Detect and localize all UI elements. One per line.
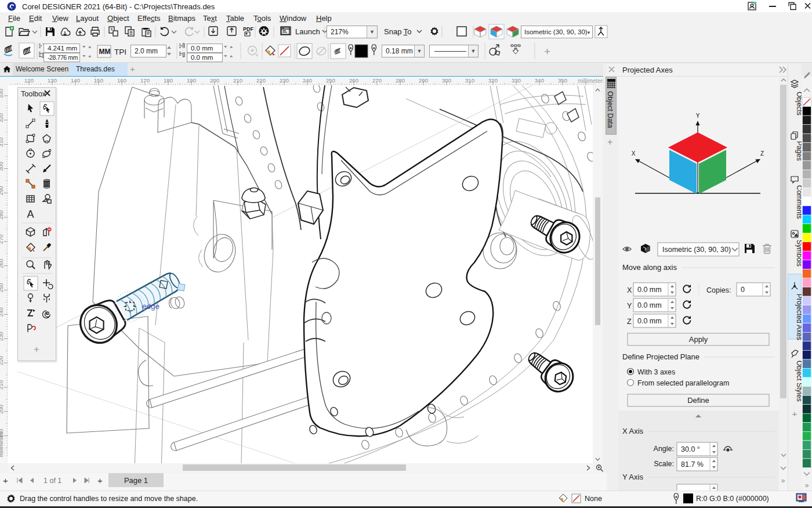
svg-text:PDF: PDF — [243, 26, 254, 32]
svg-text:+: + — [792, 409, 798, 419]
svg-text:With 3 axes: With 3 axes — [637, 368, 675, 376]
svg-text:Define Projected Plane: Define Projected Plane — [622, 352, 699, 361]
svg-text:320: 320 — [0, 113, 4, 123]
svg-text:+: + — [97, 475, 103, 485]
svg-text:+: + — [34, 344, 39, 354]
svg-text:Isometric (30, 90, 30): Isometric (30, 90, 30) — [662, 246, 731, 254]
svg-text:X: X — [632, 150, 636, 157]
svg-text:240: 240 — [303, 77, 312, 84]
svg-text:Copies:: Copies: — [706, 286, 731, 294]
svg-text:1 of 1: 1 of 1 — [44, 477, 61, 485]
svg-text:30.0 °: 30.0 ° — [681, 445, 700, 453]
svg-text:81.7 %: 81.7 % — [681, 460, 704, 469]
svg-text:Projected Axes: Projected Axes — [795, 294, 802, 340]
svg-text:160: 160 — [117, 77, 126, 84]
svg-text:0.0 mm: 0.0 mm — [637, 286, 662, 294]
svg-text:220: 220 — [256, 77, 266, 84]
svg-text:290: 290 — [419, 77, 428, 84]
svg-text:260: 260 — [0, 259, 4, 268]
svg-text:MM: MM — [99, 48, 111, 56]
svg-text:240: 240 — [0, 308, 4, 317]
svg-text:edge: edge — [142, 302, 160, 311]
svg-text:230: 230 — [0, 332, 4, 341]
svg-text:Symbols: Symbols — [795, 240, 802, 266]
svg-text:X Axis: X Axis — [622, 427, 644, 435]
svg-text:0.0 mm: 0.0 mm — [637, 317, 662, 325]
svg-text:200: 200 — [0, 405, 4, 414]
svg-text:270: 270 — [372, 77, 382, 84]
svg-text:130: 130 — [48, 77, 57, 84]
svg-text:310: 310 — [0, 138, 4, 147]
svg-text:300: 300 — [0, 162, 4, 171]
svg-text:200: 200 — [210, 77, 219, 84]
svg-text:millimeters: millimeters — [0, 431, 4, 457]
svg-text:260: 260 — [349, 77, 358, 84]
svg-text:»: » — [781, 477, 785, 485]
svg-text:170: 170 — [140, 77, 150, 84]
svg-text:320: 320 — [488, 77, 498, 84]
svg-text:Scale:: Scale: — [654, 460, 674, 468]
svg-text:150: 150 — [94, 77, 103, 84]
svg-text:Comments: Comments — [795, 185, 802, 219]
svg-text:Angle:: Angle: — [654, 445, 674, 453]
svg-text:+: + — [3, 475, 8, 485]
svg-text:270: 270 — [0, 235, 4, 244]
svg-text:Object Data: Object Data — [606, 91, 614, 128]
svg-text:0.0 mm: 0.0 mm — [637, 301, 662, 309]
svg-text:Object Styles: Object Styles — [795, 361, 802, 402]
svg-text:340: 340 — [535, 77, 544, 84]
svg-text:310: 310 — [465, 77, 474, 84]
svg-text:300: 300 — [442, 77, 451, 84]
svg-text:Objects: Objects — [795, 92, 802, 116]
svg-text:Apply: Apply — [689, 335, 708, 344]
svg-text:180: 180 — [164, 77, 173, 84]
svg-text:Move along axis: Move along axis — [622, 263, 677, 272]
svg-text:X: X — [627, 286, 632, 294]
svg-text:0: 0 — [741, 286, 745, 294]
svg-text:Z: Z — [627, 318, 632, 326]
svg-text:Z: Z — [760, 150, 764, 157]
svg-text:220: 220 — [0, 356, 4, 365]
svg-text:Y Axis: Y Axis — [622, 473, 643, 481]
svg-text:140: 140 — [71, 77, 80, 84]
svg-text:120: 120 — [24, 77, 34, 84]
svg-text:280: 280 — [396, 77, 405, 84]
svg-text:Y: Y — [627, 302, 632, 310]
svg-text:A: A — [27, 208, 34, 220]
svg-text:250: 250 — [0, 283, 4, 293]
svg-text:Pages: Pages — [795, 141, 802, 161]
svg-text:Y: Y — [696, 113, 700, 119]
svg-text:250: 250 — [326, 77, 335, 84]
svg-text:280: 280 — [0, 210, 4, 219]
svg-text:210: 210 — [0, 380, 4, 390]
svg-text:330: 330 — [0, 89, 4, 98]
svg-text:From selected parallelogram: From selected parallelogram — [637, 379, 729, 387]
svg-text:230: 230 — [280, 77, 289, 84]
svg-text:»: » — [805, 481, 809, 489]
svg-text:Define: Define — [687, 396, 709, 405]
svg-text:210: 210 — [233, 77, 242, 84]
svg-text:290: 290 — [0, 186, 4, 195]
svg-text:350: 350 — [558, 77, 567, 84]
svg-text:+: + — [544, 45, 550, 57]
svg-text:TPI: TPI — [114, 48, 126, 56]
svg-text:330: 330 — [512, 77, 521, 84]
svg-text:190: 190 — [187, 77, 196, 84]
